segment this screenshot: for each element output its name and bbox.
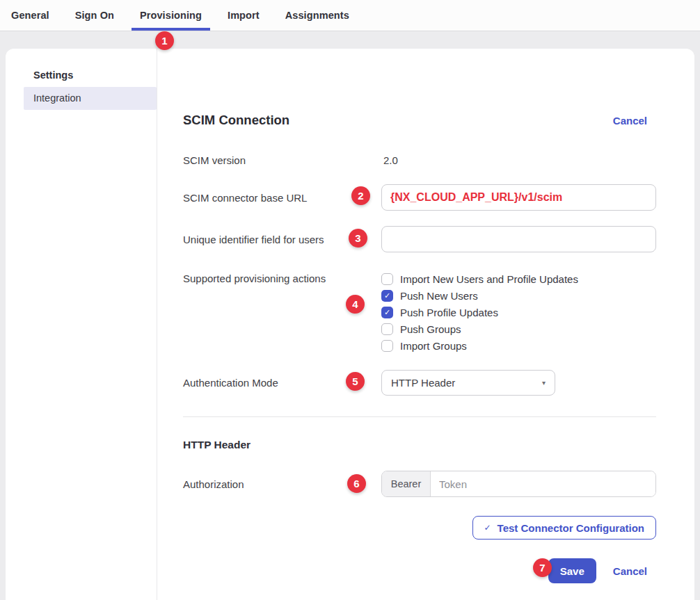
checkbox-push-groups[interactable] [381, 323, 393, 335]
checkbox-row-push-groups[interactable]: Push Groups [381, 321, 656, 337]
base-url-input[interactable] [381, 184, 656, 211]
check-icon: ✓ [484, 523, 491, 533]
page-title: SCIM Connection [183, 113, 289, 128]
checkbox-push-profile-updates[interactable] [381, 307, 393, 318]
tab-assignments[interactable]: Assignments [285, 0, 349, 31]
unique-identifier-input[interactable] [381, 226, 656, 252]
checkbox-import-new-users[interactable] [381, 273, 393, 285]
checkbox-import-groups[interactable] [381, 340, 393, 352]
scim-version-label: SCIM version [183, 154, 381, 166]
bearer-prefix: Bearer [382, 471, 431, 496]
save-button[interactable]: Save [548, 558, 596, 583]
sidebar-item-integration[interactable]: Integration [24, 87, 157, 110]
section-divider [183, 416, 656, 417]
scim-version-value: 2.0 [381, 154, 656, 166]
checkbox-push-new-users[interactable] [381, 290, 393, 302]
checkbox-row-import-groups[interactable]: Import Groups [381, 337, 656, 354]
tab-provisioning[interactable]: Provisioning [140, 0, 202, 31]
cancel-link-top[interactable]: Cancel [613, 115, 647, 127]
provisioning-actions-label: Supported provisioning actions [183, 270, 381, 287]
scim-form: SCIM Connection Cancel SCIM version 2.0 … [157, 49, 694, 600]
app-tabbar: General Sign On Provisioning Import Assi… [0, 0, 700, 31]
annotation-badge-3: 3 [349, 229, 367, 248]
checkbox-row-push-new-users[interactable]: Push New Users [381, 287, 656, 304]
cancel-link-bottom[interactable]: Cancel [613, 565, 647, 577]
checkbox-label: Push Groups [400, 323, 461, 335]
page: General Sign On Provisioning Import Assi… [0, 0, 700, 600]
checkbox-label: Import New Users and Profile Updates [400, 273, 578, 285]
settings-sidebar: Settings Integration [6, 49, 157, 600]
checkbox-label: Import Groups [400, 340, 467, 352]
token-input[interactable] [431, 471, 655, 496]
annotation-badge-4: 4 [346, 295, 365, 314]
test-connector-configuration-button[interactable]: ✓ Test Connector Configuration [472, 516, 656, 540]
content-card: Settings Integration SCIM Connection Can… [6, 49, 694, 600]
chevron-down-icon: ▾ [542, 379, 546, 387]
authentication-mode-select[interactable]: HTTP Header ▾ [381, 370, 555, 396]
annotation-badge-6: 6 [347, 474, 366, 493]
test-button-label: Test Connector Configuration [498, 522, 644, 534]
tab-import[interactable]: Import [228, 0, 260, 31]
checkbox-label: Push Profile Updates [400, 307, 498, 318]
tab-general[interactable]: General [11, 0, 49, 31]
checkbox-row-push-profile-updates[interactable]: Push Profile Updates [381, 304, 656, 321]
tab-sign-on[interactable]: Sign On [75, 0, 114, 31]
checkbox-label: Push New Users [400, 290, 478, 302]
annotation-badge-5: 5 [346, 372, 365, 391]
http-header-section-title: HTTP Header [183, 439, 656, 454]
authentication-mode-value: HTTP Header [391, 377, 455, 389]
annotation-badge-1: 1 [155, 31, 174, 50]
checkbox-row-import-new-users[interactable]: Import New Users and Profile Updates [381, 270, 656, 287]
annotation-badge-7: 7 [533, 558, 552, 577]
annotation-badge-2: 2 [351, 186, 370, 205]
authorization-input-group: Bearer [381, 471, 656, 497]
sidebar-heading: Settings [33, 70, 157, 81]
